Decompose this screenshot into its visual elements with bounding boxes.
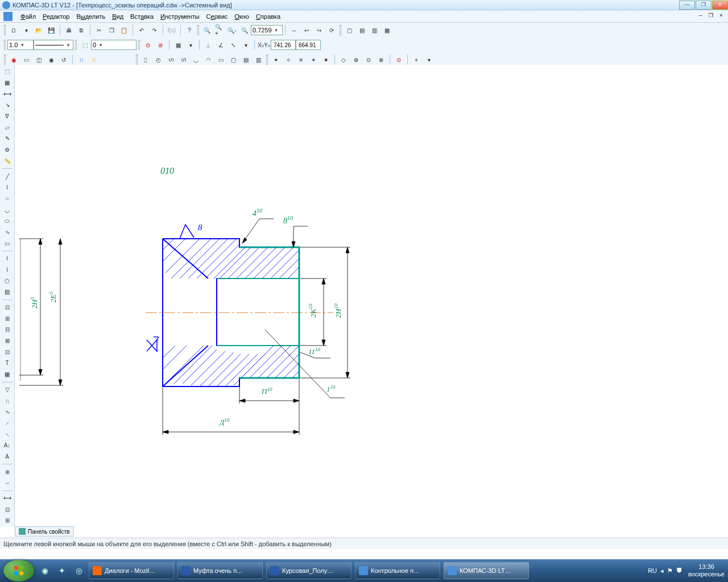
- pin-2[interactable]: ✦: [56, 564, 68, 577]
- mdi-close-button[interactable]: ×: [717, 13, 726, 20]
- snap2-button[interactable]: ⊕: [351, 55, 361, 65]
- layer-combo[interactable]: 0▼: [91, 40, 136, 50]
- linestyle-combo[interactable]: ▼: [34, 40, 73, 50]
- lcs-drop[interactable]: ▾: [241, 40, 251, 50]
- drawing-canvas[interactable]: 010 8 4 410 810 2H5 2E5 2K10 2H10 1110 1…: [15, 65, 728, 526]
- lineweight-combo[interactable]: 1.0▼: [7, 40, 34, 50]
- view4-button[interactable]: ▦: [382, 25, 392, 35]
- u1-button[interactable]: ▽: [2, 385, 13, 395]
- grid-drop[interactable]: ▾: [185, 40, 196, 50]
- hatch-button[interactable]: ▨: [2, 287, 13, 297]
- redo-button[interactable]: ↷: [149, 25, 159, 35]
- ortho-button[interactable]: ⟂: [203, 40, 213, 50]
- b7[interactable]: ▭: [216, 55, 226, 65]
- snap4-button[interactable]: ⊗: [376, 55, 386, 65]
- undo-button[interactable]: ↶: [136, 25, 147, 35]
- lang-indicator[interactable]: RU: [648, 567, 657, 574]
- zoom-prev-button[interactable]: ↩: [301, 25, 312, 35]
- view1-button[interactable]: ▢: [344, 25, 354, 35]
- t5-button[interactable]: ⊡: [2, 347, 13, 357]
- op-stop-button[interactable]: ◉: [9, 55, 19, 65]
- magnet3-button[interactable]: ⊙: [394, 55, 404, 65]
- s3[interactable]: ✕: [296, 55, 306, 65]
- new-dropdown[interactable]: ▾: [21, 25, 31, 35]
- menu-file[interactable]: Файл: [17, 12, 39, 21]
- u4-button[interactable]: ⟋: [2, 418, 13, 429]
- t1-button[interactable]: ⊡: [2, 302, 13, 313]
- mdi-minimize-button[interactable]: –: [696, 13, 705, 20]
- task-5[interactable]: КОМПАС-3D LT…: [444, 562, 529, 579]
- ellipse-button[interactable]: ⬭: [2, 216, 13, 226]
- zoom-window-button[interactable]: 🔍: [239, 25, 250, 35]
- snap3-button[interactable]: ⊙: [363, 55, 374, 65]
- rough-button[interactable]: ∇: [2, 111, 13, 122]
- sel-button[interactable]: ⬚: [2, 66, 13, 77]
- grip-icon[interactable]: [138, 40, 140, 50]
- grip-icon[interactable]: [75, 40, 77, 50]
- s2[interactable]: ✧: [283, 55, 293, 65]
- b6[interactable]: ◠: [203, 55, 213, 65]
- zoom-in-button[interactable]: 🔍+: [214, 25, 225, 35]
- param-button[interactable]: ⚙: [2, 145, 13, 155]
- tray-arrow-icon[interactable]: ◂: [660, 567, 664, 575]
- op-b5[interactable]: ⎍: [76, 55, 86, 65]
- menu-tools[interactable]: Инструменты: [157, 12, 203, 21]
- save-button[interactable]: 💾: [46, 25, 56, 35]
- dim-button[interactable]: ⟷: [2, 89, 13, 99]
- op-b3[interactable]: ◉: [46, 55, 56, 65]
- meas-button[interactable]: 📏: [2, 156, 13, 167]
- s1[interactable]: ✦: [271, 55, 281, 65]
- grip-icon[interactable]: [4, 40, 6, 50]
- preview-button[interactable]: 🗎: [76, 25, 86, 35]
- s4[interactable]: ✶: [308, 55, 318, 65]
- op-b2[interactable]: ◫: [34, 55, 44, 65]
- op-b4[interactable]: ↺: [59, 55, 69, 65]
- table-button[interactable]: ▦: [2, 369, 13, 380]
- edit-button[interactable]: ✎: [2, 134, 13, 144]
- s5[interactable]: ✷: [321, 55, 331, 65]
- help-cursor-button[interactable]: ?: [184, 25, 195, 35]
- u3-button[interactable]: ∿: [2, 407, 13, 417]
- layer-icon[interactable]: ⬚: [80, 40, 90, 50]
- snap1-button[interactable]: ◇: [338, 55, 349, 65]
- menu-window[interactable]: Окно: [231, 12, 253, 21]
- u2-button[interactable]: ⎍: [2, 396, 13, 406]
- circle-button[interactable]: ○: [2, 194, 13, 204]
- grip-icon[interactable]: [266, 55, 268, 65]
- mdi-restore-button[interactable]: ❐: [706, 13, 715, 20]
- v2-button[interactable]: →: [2, 478, 13, 488]
- b2[interactable]: ◴: [153, 55, 163, 65]
- print-button[interactable]: 🖶: [64, 25, 74, 35]
- t2-button[interactable]: ⊞: [2, 313, 13, 323]
- fx-button[interactable]: f(x): [167, 25, 177, 35]
- t4-button[interactable]: ⊠: [2, 336, 13, 346]
- new-button[interactable]: 🗋: [9, 25, 19, 35]
- minimize-button[interactable]: —: [679, 1, 695, 10]
- b9[interactable]: ▤: [241, 55, 251, 65]
- b5[interactable]: ◡: [191, 55, 201, 65]
- op-b1[interactable]: ▭: [21, 55, 31, 65]
- u5-button[interactable]: ⟍: [2, 429, 13, 439]
- view3-button[interactable]: ▥: [369, 25, 379, 35]
- start-button[interactable]: [3, 560, 34, 581]
- u7-button[interactable]: A: [2, 452, 13, 462]
- b4[interactable]: ഗ: [178, 55, 188, 65]
- text-button[interactable]: T: [2, 358, 13, 368]
- pin-1[interactable]: ◉: [39, 564, 51, 577]
- task-4[interactable]: Контрольное п…: [355, 562, 440, 579]
- menu-service[interactable]: Сервис: [203, 12, 231, 21]
- aux2-button[interactable]: ⌇: [2, 265, 13, 275]
- spline-button[interactable]: ∿: [2, 227, 13, 238]
- copy-button[interactable]: ❐: [106, 25, 117, 35]
- task-2[interactable]: Муфта очень п…: [177, 562, 263, 579]
- redraw-button[interactable]: ⟳: [326, 25, 337, 35]
- arc-button[interactable]: ◡: [2, 205, 13, 215]
- menu-help[interactable]: Справка: [253, 12, 284, 21]
- plus-drop[interactable]: ▾: [424, 55, 434, 65]
- coord-y-field[interactable]: 664.91: [296, 40, 321, 50]
- b10[interactable]: ▥: [253, 55, 263, 65]
- coord-x-field[interactable]: 741.26: [271, 40, 296, 50]
- note-button[interactable]: ↘: [2, 100, 13, 110]
- grip-icon[interactable]: [197, 25, 199, 35]
- lcs-button[interactable]: ⤡: [228, 40, 238, 50]
